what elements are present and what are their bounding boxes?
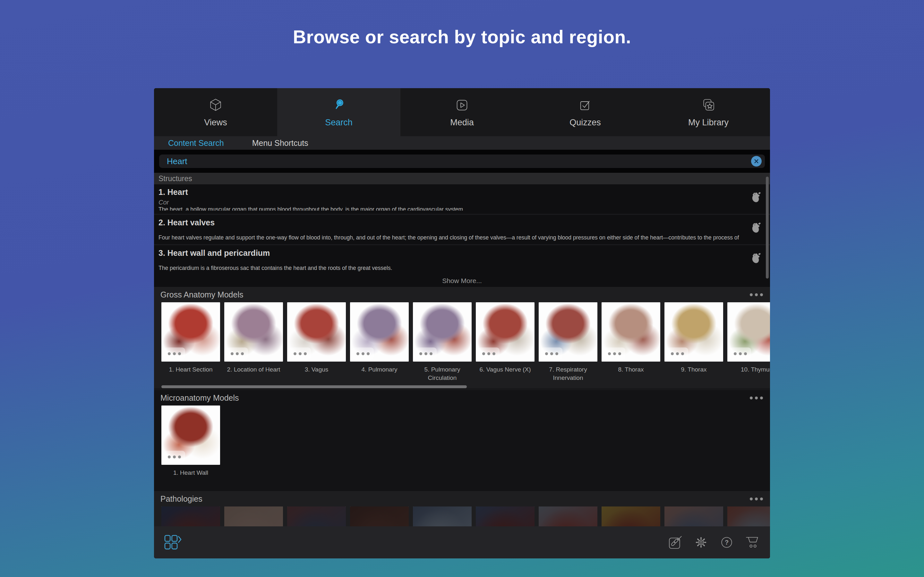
tab-menu-shortcuts[interactable]: Menu Shortcuts bbox=[252, 139, 309, 148]
structure-results-list: 1. HeartCorThe heart, a hollow muscular … bbox=[154, 184, 770, 275]
search-input[interactable]: Heart bbox=[159, 155, 765, 168]
model-card[interactable]: 2. Location of Heart bbox=[224, 302, 283, 383]
clear-search-button[interactable] bbox=[751, 156, 762, 167]
model-card[interactable]: 8. Thorax bbox=[602, 302, 660, 383]
model-card[interactable]: 7. Respiratory Innervation bbox=[539, 302, 598, 383]
model-card[interactable] bbox=[224, 506, 283, 526]
tab-media[interactable]: Media bbox=[401, 88, 523, 136]
app-window: Views Search bbox=[154, 88, 770, 558]
quiz-check-icon bbox=[578, 97, 592, 113]
model-thumbnail bbox=[664, 506, 723, 526]
microanatomy-section: Microanatomy Models 1. Heart Wall bbox=[154, 390, 770, 491]
card-options-chip[interactable] bbox=[352, 348, 374, 359]
model-card[interactable]: 1. Heart Wall bbox=[162, 406, 220, 486]
dot-icon bbox=[294, 352, 296, 355]
tab-label: My Library bbox=[688, 118, 729, 127]
dot-icon bbox=[613, 352, 616, 355]
structure-result-row[interactable]: 2. Heart valvesFour heart valves regulat… bbox=[154, 215, 770, 244]
ellipsis-menu-icon[interactable] bbox=[749, 496, 764, 502]
card-options-chip[interactable] bbox=[666, 348, 688, 359]
section-title: Microanatomy Models bbox=[160, 393, 239, 403]
structures-header: Structures bbox=[154, 173, 770, 184]
cart-icon[interactable] bbox=[745, 535, 760, 550]
model-card[interactable]: 10. Thymus bbox=[727, 302, 770, 383]
bottom-toolbar: ? bbox=[154, 526, 770, 558]
model-thumbnail bbox=[476, 506, 535, 526]
subtab-bar: Content Search Menu Shortcuts bbox=[154, 136, 770, 150]
tab-label: Views bbox=[204, 118, 227, 127]
model-card[interactable] bbox=[602, 506, 660, 526]
tab-label: Media bbox=[450, 118, 474, 127]
anatomy-render bbox=[162, 506, 220, 526]
tab-my-library[interactable]: My Library bbox=[647, 88, 770, 136]
card-options-chip[interactable] bbox=[478, 348, 499, 359]
model-thumbnail bbox=[224, 506, 283, 526]
model-thumbnail bbox=[350, 302, 409, 362]
card-options-chip[interactable] bbox=[163, 348, 185, 359]
model-card[interactable] bbox=[162, 506, 220, 526]
vertical-scrollbar[interactable] bbox=[766, 177, 769, 279]
anatomy-render bbox=[413, 506, 472, 526]
model-thumbnail bbox=[413, 506, 472, 526]
settings-gear-icon[interactable] bbox=[694, 535, 708, 550]
card-options-chip[interactable] bbox=[415, 348, 437, 359]
model-card[interactable]: 3. Vagus bbox=[287, 302, 346, 383]
gross-anatomy-header: Gross Anatomy Models bbox=[154, 287, 770, 302]
model-thumbnail bbox=[224, 302, 283, 362]
tab-content-search[interactable]: Content Search bbox=[168, 139, 224, 148]
main-tabbar: Views Search bbox=[154, 88, 770, 136]
model-card-label: 8. Thorax bbox=[599, 366, 663, 383]
show-more-button[interactable]: Show More... bbox=[154, 275, 770, 287]
model-card[interactable] bbox=[350, 506, 409, 526]
dot-icon bbox=[550, 352, 553, 355]
tab-quizzes[interactable]: Quizzes bbox=[523, 88, 647, 136]
model-card[interactable]: 5. Pulmonary Circulation bbox=[413, 302, 472, 383]
horizontal-scrollbar[interactable] bbox=[162, 385, 467, 388]
dot-icon bbox=[168, 352, 171, 355]
dot-icon bbox=[493, 352, 495, 355]
ellipsis-menu-icon[interactable] bbox=[749, 395, 764, 401]
share-link-icon[interactable] bbox=[668, 535, 683, 550]
help-icon[interactable]: ? bbox=[719, 535, 734, 550]
search-icon bbox=[331, 97, 346, 113]
pathology-strip bbox=[154, 506, 770, 526]
dot-icon bbox=[357, 352, 359, 355]
model-thumbnail bbox=[287, 302, 346, 362]
model-card[interactable] bbox=[664, 506, 723, 526]
card-options-chip[interactable] bbox=[163, 451, 185, 463]
model-card[interactable] bbox=[413, 506, 472, 526]
card-options-chip[interactable] bbox=[729, 348, 751, 359]
model-thumbnail bbox=[162, 506, 220, 526]
model-thumbnail bbox=[539, 506, 598, 526]
structure-result-row[interactable]: 1. HeartCorThe heart, a hollow muscular … bbox=[154, 184, 770, 214]
dot-icon bbox=[304, 352, 307, 355]
model-card[interactable] bbox=[539, 506, 598, 526]
structure-description: Four heart valves regulate and support t… bbox=[158, 234, 739, 241]
dot-icon bbox=[487, 352, 490, 355]
model-card[interactable]: 1. Heart Section bbox=[162, 302, 220, 383]
model-card[interactable] bbox=[727, 506, 770, 526]
model-card[interactable] bbox=[287, 506, 346, 526]
ellipsis-menu-icon[interactable] bbox=[749, 292, 764, 298]
card-options-chip[interactable] bbox=[289, 348, 311, 359]
tab-views[interactable]: Views bbox=[154, 88, 277, 136]
dot-icon bbox=[362, 352, 365, 355]
anatomy-render bbox=[727, 506, 770, 526]
model-card-label: 7. Respiratory Innervation bbox=[536, 366, 600, 383]
model-card-label: 5. Pulmonary Circulation bbox=[410, 366, 475, 383]
tab-search[interactable]: Search bbox=[277, 88, 401, 136]
card-options-chip[interactable] bbox=[604, 348, 625, 359]
model-card[interactable]: 9. Thorax bbox=[664, 302, 723, 383]
structure-description: The heart, a hollow muscular organ that … bbox=[158, 206, 739, 211]
grid-expand-icon[interactable] bbox=[164, 534, 182, 550]
anatomy-render bbox=[476, 506, 535, 526]
model-card[interactable] bbox=[476, 506, 535, 526]
card-options-chip[interactable] bbox=[541, 348, 562, 359]
structure-title: 1. Heart bbox=[158, 187, 739, 197]
anatomy-render bbox=[602, 506, 660, 526]
card-options-chip[interactable] bbox=[226, 348, 248, 359]
structure-result-row[interactable]: 3. Heart wall and pericardiumThe pericar… bbox=[154, 245, 770, 275]
model-card[interactable]: 4. Pulmonary bbox=[350, 302, 409, 383]
model-card[interactable]: 6. Vagus Nerve (X) bbox=[476, 302, 535, 383]
heart-organ-icon bbox=[749, 221, 764, 237]
